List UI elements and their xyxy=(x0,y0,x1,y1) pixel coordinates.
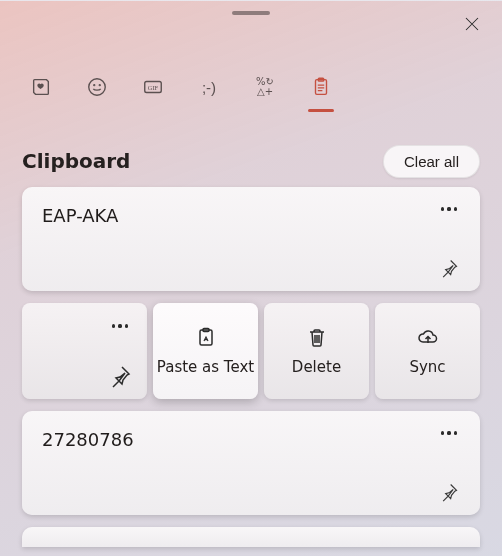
action-delete[interactable]: Delete xyxy=(264,303,369,399)
clipboard-item[interactable]: EAP-AKA xyxy=(22,187,480,291)
clipboard-item-peek[interactable] xyxy=(22,527,480,547)
tab-symbols[interactable]: %↻ △+ xyxy=(246,68,284,106)
tab-recent[interactable] xyxy=(22,68,60,106)
section-header: Clipboard Clear all xyxy=(22,141,480,181)
more-icon xyxy=(441,431,457,434)
action-paste-as-text[interactable]: Paste as Text xyxy=(153,303,258,399)
clipboard-icon xyxy=(310,76,332,98)
clipboard-item-text: EAP-AKA xyxy=(42,205,458,226)
gif-icon: GIF xyxy=(142,76,164,98)
sticker-heart-icon xyxy=(30,76,52,98)
item-more-button[interactable] xyxy=(432,195,466,223)
item-action-row: Paste as Text Delete Sync xyxy=(22,303,480,399)
item-more-button[interactable] xyxy=(103,313,137,339)
svg-text:GIF: GIF xyxy=(148,84,159,91)
cloud-sync-icon xyxy=(416,326,440,350)
section-title: Clipboard xyxy=(22,149,130,173)
action-label: Sync xyxy=(409,358,445,376)
tab-kaomoji[interactable]: ;-) xyxy=(190,68,228,106)
emoji-clipboard-panel: GIF ;-) %↻ △+ Clipboard Clear all EAP-AK… xyxy=(0,0,502,556)
tab-clipboard[interactable] xyxy=(302,68,340,106)
svg-point-1 xyxy=(94,85,95,86)
drag-handle[interactable] xyxy=(232,11,270,15)
close-icon xyxy=(463,15,481,33)
symbols-icon: %↻ △+ xyxy=(256,77,274,97)
action-label: Paste as Text xyxy=(157,358,254,376)
item-pin-button[interactable] xyxy=(432,253,466,283)
pin-icon xyxy=(439,258,459,278)
svg-point-0 xyxy=(89,79,106,96)
clipboard-list: EAP-AKA xyxy=(22,187,480,556)
pin-icon xyxy=(108,364,132,388)
pin-icon xyxy=(439,482,459,502)
action-sync[interactable]: Sync xyxy=(375,303,480,399)
kaomoji-icon: ;-) xyxy=(202,79,216,96)
emoji-smile-icon xyxy=(86,76,108,98)
clipboard-item-text: 27280786 xyxy=(42,429,458,450)
svg-rect-5 xyxy=(316,80,327,95)
clipboard-item[interactable]: 27280786 xyxy=(22,411,480,515)
action-collapsed-item[interactable] xyxy=(22,303,147,399)
svg-point-2 xyxy=(99,85,100,86)
clear-all-button[interactable]: Clear all xyxy=(383,145,480,178)
item-pin-button[interactable] xyxy=(103,361,137,391)
trash-icon xyxy=(305,326,329,350)
tab-gif[interactable]: GIF xyxy=(134,68,172,106)
category-tabbar: GIF ;-) %↻ △+ xyxy=(22,65,480,109)
close-button[interactable] xyxy=(452,9,492,39)
action-label: Delete xyxy=(292,358,341,376)
tab-emoji[interactable] xyxy=(78,68,116,106)
paste-text-icon xyxy=(194,326,218,350)
item-pin-button[interactable] xyxy=(432,477,466,507)
item-more-button[interactable] xyxy=(432,419,466,447)
more-icon xyxy=(112,324,128,327)
more-icon xyxy=(441,207,457,210)
